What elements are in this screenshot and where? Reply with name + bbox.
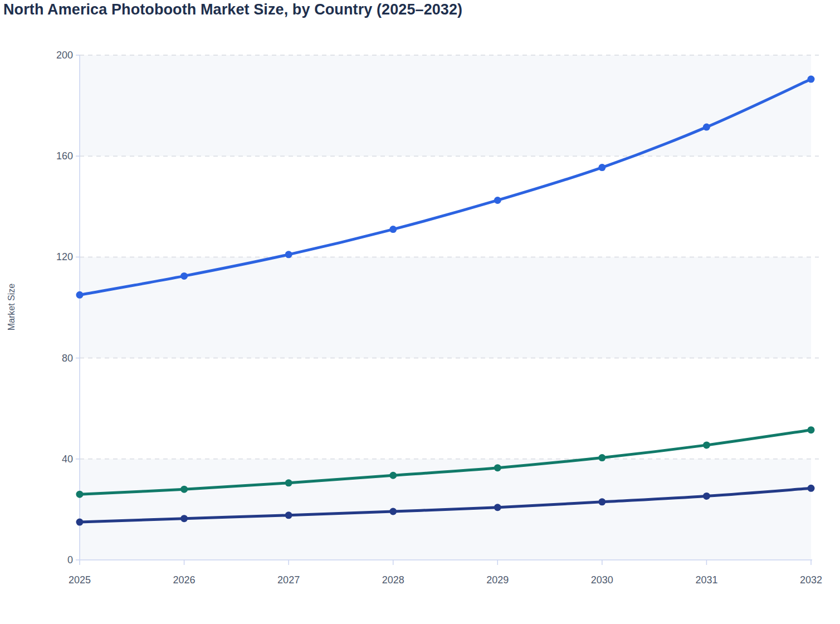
- x-tick-label: 2030: [591, 574, 613, 586]
- x-tick-label: 2031: [695, 574, 717, 586]
- data-point-series-1[interactable]: [598, 164, 605, 171]
- data-point-series-3[interactable]: [285, 511, 292, 519]
- x-tick-label: 2026: [173, 574, 196, 586]
- data-point-series-1[interactable]: [389, 226, 397, 233]
- data-point-series-2[interactable]: [76, 491, 84, 498]
- chart-page: North America Photobooth Market Size, by…: [0, 0, 840, 624]
- data-point-series-2[interactable]: [494, 464, 501, 471]
- data-point-series-1[interactable]: [76, 291, 84, 299]
- data-point-series-3[interactable]: [389, 508, 397, 515]
- y-tick-label: 120: [56, 251, 73, 262]
- data-point-series-1[interactable]: [285, 251, 292, 258]
- y-tick-label: 80: [62, 353, 73, 364]
- y-tick-label: 160: [56, 150, 73, 162]
- data-point-series-3[interactable]: [180, 515, 188, 522]
- line-chart: 0408012016020020252026202720282029203020…: [0, 0, 840, 624]
- y-tick-label: 200: [56, 50, 73, 61]
- x-tick-label: 2032: [800, 574, 822, 586]
- data-point-series-2[interactable]: [598, 454, 605, 461]
- data-point-series-2[interactable]: [389, 472, 397, 479]
- data-point-series-3[interactable]: [598, 498, 605, 505]
- plot-band: [80, 55, 811, 156]
- data-point-series-2[interactable]: [180, 486, 188, 493]
- x-tick-label: 2028: [382, 574, 404, 586]
- data-point-series-3[interactable]: [76, 519, 84, 526]
- data-point-series-1[interactable]: [703, 124, 710, 131]
- data-point-series-2[interactable]: [703, 441, 710, 448]
- y-tick-label: 0: [67, 554, 73, 566]
- data-point-series-1[interactable]: [808, 76, 815, 83]
- data-point-series-3[interactable]: [808, 485, 815, 492]
- x-tick-label: 2027: [277, 574, 300, 586]
- data-point-series-1[interactable]: [180, 272, 188, 280]
- data-point-series-3[interactable]: [703, 493, 710, 500]
- x-tick-label: 2029: [486, 574, 509, 586]
- data-point-series-1[interactable]: [494, 197, 501, 204]
- x-tick-label: 2025: [69, 574, 91, 586]
- data-point-series-3[interactable]: [494, 504, 501, 511]
- y-tick-label: 40: [62, 454, 73, 465]
- plot-band: [80, 257, 811, 358]
- data-point-series-2[interactable]: [808, 426, 815, 433]
- data-point-series-2[interactable]: [285, 479, 292, 486]
